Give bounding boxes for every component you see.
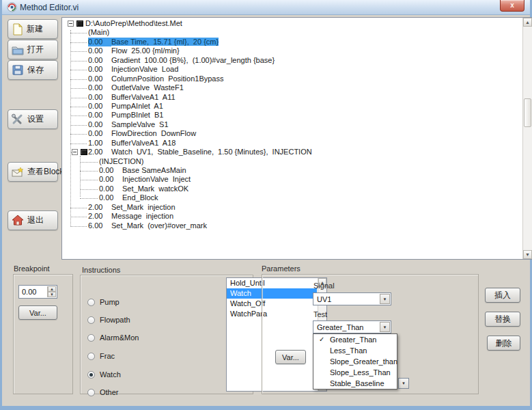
settings-button[interactable]: 设置 xyxy=(8,109,58,129)
menu-item[interactable]: Slope_Greater_than xyxy=(313,356,397,367)
spin-up-icon[interactable]: ▲ xyxy=(48,286,56,292)
signal-combobox[interactable]: UV1 ▼ xyxy=(313,292,391,305)
radio-circle-icon[interactable] xyxy=(87,334,95,342)
tree-row[interactable]: 0.00Base SameAsMain xyxy=(65,166,521,175)
tools-icon xyxy=(12,113,24,125)
menu-item[interactable]: Stable_Baseline xyxy=(313,378,397,389)
combo-arrow-icon[interactable]: ▼ xyxy=(380,322,390,332)
collapse-minus-icon[interactable] xyxy=(72,149,78,155)
scroll-down-icon[interactable]: ▼ xyxy=(523,250,532,259)
method-tree[interactable]: D:\AutoPrep\Method\test.Met(Main)0.00Bas… xyxy=(65,19,521,258)
tree-row[interactable]: 0.00PumpAInlet A1 xyxy=(65,102,521,111)
window-title: Method Editor.vi xyxy=(20,3,79,12)
tree-row[interactable]: 0.00SampleValve S1 xyxy=(65,120,521,129)
menu-item-label: Less_Than xyxy=(330,346,367,355)
combo-arrow-icon[interactable]: ▼ xyxy=(380,294,390,304)
radio-circle-icon[interactable] xyxy=(87,299,95,306)
tree-row-text: Set_Mark watckOK xyxy=(122,184,188,193)
tree-row-time: 0.00 xyxy=(99,166,122,175)
radio-circle-icon[interactable] xyxy=(87,316,95,324)
menu-item[interactable]: ✓Greater_Than xyxy=(313,334,397,345)
breakpoint-value: 0.00 xyxy=(22,288,36,296)
open-button-label: 打开 xyxy=(27,44,44,55)
test-dropdown-menu[interactable]: ✓Greater_ThanLess_ThanSlope_Greater_than… xyxy=(313,333,397,390)
close-button[interactable]: x xyxy=(500,0,524,12)
client-area: 新建 打开 保存 设置 xyxy=(2,15,530,406)
tree-row[interactable]: 2.00Watch UV1, Stable_Baseline, 1.50 {Mi… xyxy=(65,148,521,156)
tree-row-text: (Main) xyxy=(88,28,109,36)
spin-down-icon[interactable]: ▼ xyxy=(48,292,56,297)
tree-row-time: 0.00 xyxy=(99,193,122,202)
tree-scroll-thumb[interactable] xyxy=(524,98,531,127)
radio-pump[interactable]: Pump xyxy=(87,298,120,306)
tree-row-time: 0.00 xyxy=(88,46,111,55)
scroll-up-icon[interactable]: ▲ xyxy=(523,18,532,27)
tree-row-text: Message injection xyxy=(111,212,173,220)
tree-row[interactable]: 0.00FlowDirection DownFlow xyxy=(65,129,521,138)
delete-button[interactable]: 删除 xyxy=(487,336,520,351)
test-value: Greater_Than xyxy=(317,323,363,331)
view-block-icon xyxy=(12,167,24,178)
tree-row[interactable]: (Main) xyxy=(65,28,521,37)
tree-row[interactable]: 0.00InjectionValve Inject xyxy=(65,175,521,184)
replace-button[interactable]: 替换 xyxy=(485,312,520,327)
breakpoint-var-button[interactable]: Var... xyxy=(18,305,57,320)
radio-circle-icon[interactable] xyxy=(87,353,95,360)
menu-item[interactable]: Slope_Less_Than xyxy=(313,367,397,378)
tree-connector-line xyxy=(70,30,71,226)
combo-arrow-icon[interactable]: ▼ xyxy=(398,378,409,389)
tree-row[interactable]: 0.00End_Block xyxy=(65,193,521,202)
checkmark-icon: ✓ xyxy=(319,334,324,345)
tree-row-time: 0.00 xyxy=(88,93,111,102)
tree-row[interactable]: 0.00BufferValveA1 A11 xyxy=(65,93,521,102)
title-bar[interactable]: Method Editor.vi x xyxy=(2,0,530,15)
open-button[interactable]: 打开 xyxy=(8,40,58,59)
menu-item-label: Greater_Than xyxy=(330,336,376,344)
tree-row-text: Base Time, 15.71 {ml}, 20 {cm} xyxy=(111,38,219,46)
signal-value: UV1 xyxy=(317,295,331,303)
tree-row[interactable]: 0.00PumpBInlet B1 xyxy=(65,111,521,120)
tree-row[interactable]: 6.00Set_Mark (over)#over_mark xyxy=(65,221,521,230)
menu-item[interactable]: Less_Than xyxy=(313,345,397,356)
menu-item-label: Slope_Less_Than xyxy=(330,368,391,377)
radio-label: Pump xyxy=(100,298,120,306)
tree-row-time: 0.00 xyxy=(99,175,122,184)
tree-row[interactable]: 0.00Base Time, 15.71 {ml}, 20 {cm} xyxy=(65,38,521,46)
insert-button[interactable]: 插入 xyxy=(485,288,520,303)
radio-frac[interactable]: Frac xyxy=(87,352,115,360)
radio-alarm-mon[interactable]: Alarm&Mon xyxy=(87,333,139,342)
radio-flowpath[interactable]: Flowpath xyxy=(87,316,130,324)
parameters-var-button[interactable]: Var... xyxy=(275,350,306,364)
new-button[interactable]: 新建 xyxy=(8,19,58,39)
collapse-minus-icon[interactable] xyxy=(68,20,74,27)
tree-row-time: 0.00 xyxy=(88,56,111,65)
tree-row[interactable]: 0.00Set_Mark watckOK xyxy=(65,184,521,193)
tree-row[interactable]: 0.00Flow 25.00 {ml/min} xyxy=(65,46,521,55)
radio-label: Watch xyxy=(100,370,121,379)
tree-row[interactable]: D:\AutoPrep\Method\test.Met xyxy=(65,19,521,28)
menu-item-label: Stable_Baseline xyxy=(330,379,384,387)
radio-circle-icon[interactable] xyxy=(87,371,95,379)
radio-other[interactable]: Other xyxy=(87,388,119,396)
tree-scrollbar[interactable]: ▲ ▼ xyxy=(522,18,532,259)
test-combobox[interactable]: Greater_Than ▼ xyxy=(313,320,391,333)
tree-row[interactable]: 2.00Set_Mark injection xyxy=(65,203,521,212)
tree-row[interactable]: 0.00ColumnPosition Position1Bypass xyxy=(65,74,521,83)
save-button[interactable]: 保存 xyxy=(8,60,58,80)
exit-button[interactable]: 退出 xyxy=(8,210,58,230)
radio-circle-icon[interactable] xyxy=(87,389,95,396)
view-block-button[interactable]: 查看Block xyxy=(8,162,58,182)
tree-row[interactable]: (INJECTION) xyxy=(65,157,521,166)
tree-row[interactable]: 0.00Gradient 100.00 {B%}, (1.00)#var_len… xyxy=(65,56,521,65)
save-disk-icon xyxy=(12,64,24,76)
tree-row-time: 0.00 xyxy=(88,111,111,120)
tree-row-time: 2.00 xyxy=(88,203,111,212)
tree-row[interactable]: 2.00Message injection xyxy=(65,212,521,221)
tree-row-text: FlowDirection DownFlow xyxy=(111,129,196,137)
tree-row[interactable]: 0.00OutletValve WasteF1 xyxy=(65,83,521,92)
tree-row-text: PumpAInlet A1 xyxy=(111,102,163,110)
tree-row[interactable]: 1.00BufferValveA1 A18 xyxy=(65,139,521,148)
breakpoint-value-spinner[interactable]: 0.00 ▲ ▼ xyxy=(18,285,57,299)
radio-watch[interactable]: Watch xyxy=(87,370,121,379)
tree-row[interactable]: 0.00InjectionValve Load xyxy=(65,65,521,74)
